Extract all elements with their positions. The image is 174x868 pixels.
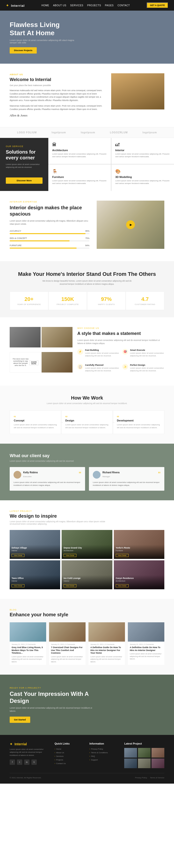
footer-bottom-link-0[interactable]: Privacy Policy <box>135 777 147 779</box>
how-step-development: 03 Development Lorem ipsum dolor sit ame… <box>113 410 164 434</box>
progress-fill-2 <box>10 248 77 249</box>
why-description: Lorem ipsum dolor sit amet consectetur a… <box>77 339 164 345</box>
services-cta-button[interactable]: Discover More <box>6 178 43 184</box>
footer-link-home[interactable]: Home <box>55 748 84 750</box>
twitter-icon[interactable]: t <box>17 760 22 765</box>
testimonials-section: What our client say Lorem ipsum dolor si… <box>0 444 174 500</box>
footer-link-contact[interactable]: Contact Us <box>55 763 84 765</box>
nav-projects[interactable]: PROJECTS <box>87 4 101 7</box>
stat-num-0: 20+ <box>12 296 46 302</box>
avatar-img-1 <box>93 471 101 478</box>
testimonial-0: " Kelly Robins Executive Lorem ipsum dol… <box>10 467 85 491</box>
footer-info-terms[interactable]: Terms & Conditions <box>90 751 119 754</box>
avatar-role-1: Manager <box>102 475 110 478</box>
welcome-signature: Allen & Jones <box>10 114 105 117</box>
project-title-2: Yorko's Resto <box>116 547 163 549</box>
welcome-image <box>111 73 164 110</box>
play-button[interactable] <box>126 220 135 229</box>
blog-label: BLOG <box>10 609 164 611</box>
welcome-subtitle: Get your place the best makeover possibl… <box>10 84 105 87</box>
blog-date-2: January 22, 2021 | 3 Comments <box>91 644 123 645</box>
cta-content: READY FOR A PROJECT? Cast Your Impressio… <box>10 687 94 723</box>
welcome-img-block <box>111 73 164 110</box>
blog-post-title-2: A Definitive Guide On How To Hire An Int… <box>91 646 123 655</box>
footer-link-services[interactable]: Services <box>55 755 84 757</box>
why-quote-text: The best room has something to say about… <box>12 358 29 367</box>
progress-bar-1 <box>10 240 90 241</box>
why-share-button[interactable]: SHARE MORE <box>29 361 39 365</box>
step-title-1: Design <box>65 419 108 422</box>
fast-building-icon: ⚡ <box>77 349 83 355</box>
why-img-4 <box>42 352 73 373</box>
logo-0: LOGO FOLIUM <box>17 131 37 134</box>
nav-contact[interactable]: CONTACT <box>118 4 130 7</box>
project-cta-2[interactable]: View Detail <box>116 554 129 557</box>
services-section: OUR SERVICE Solutions for every corner L… <box>0 138 174 191</box>
instagram-icon[interactable]: in <box>24 760 29 765</box>
project-cta-4[interactable]: View Detail <box>64 584 76 587</box>
blog-title: Enhance your home style <box>10 612 164 618</box>
footer-info-support[interactable]: Support <box>90 759 119 761</box>
services-title: Solutions for every corner <box>6 149 43 161</box>
footer-info-privacy[interactable]: Privacy Policy <box>90 748 119 750</box>
footer-proj-1 <box>138 748 151 757</box>
stat-projects: 150K PROJECT COMPLETE <box>48 291 87 310</box>
project-title-1: Depsa Grand City <box>64 547 110 549</box>
blog-post-excerpt-3: Lorem ipsum dolor sit amet consectetur a… <box>130 653 163 660</box>
welcome-label: ABOUT US <box>10 73 105 76</box>
footer-info-faq[interactable]: FAQ <box>90 755 119 757</box>
services-description: Lorem ipsum dolor sit amet consectetur a… <box>6 163 43 169</box>
service-architecture: 🏛 Architecture Lorem ipsum dolor sit ame… <box>48 138 111 164</box>
nav-services[interactable]: SERVICES <box>70 4 83 7</box>
project-cta-3[interactable]: View Detail <box>11 584 24 587</box>
project-overlay-2: Yorko's Resto Furniture View Detail <box>114 545 164 559</box>
projects-label: LATEST PROJECT <box>10 510 164 513</box>
cta-description: Lorem ipsum dolor sit amet consectetur a… <box>10 707 94 713</box>
footer-quick-links-list: Home About Us Services Projects Contact … <box>55 748 84 765</box>
blog-grid: January 22, 2021 | 3 Comments Grey And B… <box>10 622 164 665</box>
footer-bottom-link-1[interactable]: Terms of Service <box>150 777 164 779</box>
expertise-image <box>97 200 164 249</box>
stat-num-2: 97% <box>90 296 123 302</box>
how-step-design: 02 Design Lorem ipsum dolor sit amet con… <box>61 410 113 434</box>
feat-title-0: Fast Building <box>85 349 119 351</box>
linkedin-icon[interactable]: li <box>31 760 37 765</box>
nav-cta-button[interactable]: GET A QUOTE <box>147 2 168 8</box>
footer-link-about[interactable]: About Us <box>55 751 84 754</box>
avatar-0: Kelly Robins Executive <box>14 471 79 478</box>
blog-date-1: January 22, 2021 | 3 Comments <box>51 644 83 645</box>
testimonials-content: What our client say Lorem ipsum dolor si… <box>10 453 164 491</box>
blog-post-3: January 22, 2021 | 3 Comments A Definiti… <box>128 622 164 665</box>
hero-content: Flawless Living Start At Home Lorem ipsu… <box>10 21 77 53</box>
hero-title: Flawless Living Start At Home <box>10 21 77 37</box>
avatar-img-0 <box>14 471 21 478</box>
footer-link-projects[interactable]: Projects <box>55 759 84 761</box>
hero-cta-button[interactable]: Discover Projects <box>10 47 37 54</box>
projects-subtitle: Lorem ipsum dolor sit amet consectetur a… <box>10 520 106 525</box>
project-5: Casyn Residence Architecture View Detail <box>114 560 164 589</box>
service-3d: 🎨 3D Modelling Lorem ipsum dolor sit ame… <box>111 164 174 191</box>
nav-pages[interactable]: PAGES <box>105 4 114 7</box>
welcome-section: ABOUT US Welcome to Interrial Get your p… <box>0 64 174 127</box>
expertise-img-block <box>97 200 164 249</box>
footer-copyright: © 2021 Interrial. All Rights Reserved. <box>10 777 41 779</box>
project-cat-3: Interior <box>11 580 58 582</box>
feat-desc-3: Lorem ipsum dolor sit amet consectetur a… <box>130 367 164 372</box>
project-1: Depsa Grand City Architecture View Detai… <box>61 530 112 559</box>
project-cta-1[interactable]: View Detail <box>64 554 76 557</box>
project-cta-5[interactable]: View Detail <box>116 584 129 587</box>
why-img-1 <box>10 327 41 347</box>
project-cta-0[interactable]: View Detail <box>11 554 24 557</box>
facebook-icon[interactable]: f <box>10 760 15 765</box>
why-img-2 <box>42 327 73 347</box>
blog-post-2: January 22, 2021 | 3 Comments A Definiti… <box>89 622 125 665</box>
testimonials-title: What our client say <box>10 453 164 458</box>
step-num-2: 03 <box>117 415 160 417</box>
nav-home[interactable]: HOME <box>41 4 49 7</box>
nav-about[interactable]: ABOUT US <box>53 4 66 7</box>
cta-button[interactable]: Get Started <box>10 717 30 723</box>
logos-bar: LOGO FOLIUM logolpsum logolpsum LOGOZRLU… <box>0 127 174 138</box>
progress-fill-1 <box>10 240 70 241</box>
footer-about: ✦ Interrial Lorem ipsum dolor sit amet c… <box>10 742 50 768</box>
blog-section: BLOG Enhance your home style January 22,… <box>0 599 174 675</box>
